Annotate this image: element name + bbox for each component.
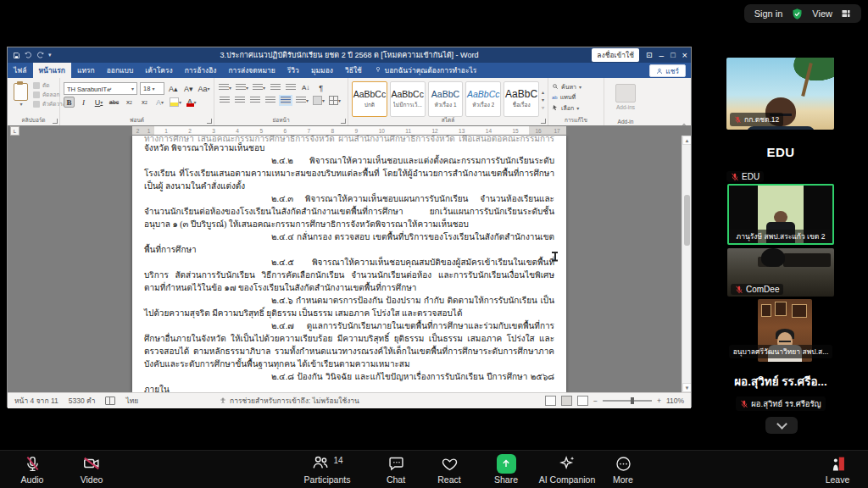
sort-button[interactable]: A↓	[299, 82, 312, 93]
font-color-button[interactable]: A▾	[185, 97, 198, 108]
document-page[interactable]: ทางการศึกษา เสนอคณะกรรมการศึกษาธิการจังห…	[132, 136, 566, 392]
video-tile-active-speaker[interactable]: ภานุรังษี สพป.สระแก้ว เขต 2	[727, 184, 834, 245]
clipboard-dialog-launcher[interactable]	[53, 119, 58, 124]
expand-participants-button[interactable]	[765, 417, 798, 434]
grow-font-button[interactable]: A▴	[167, 83, 180, 94]
highlight-button[interactable]: ▾	[169, 97, 182, 108]
vertical-scrollbar[interactable]: ▲ ▼	[682, 136, 691, 392]
increase-indent-button[interactable]	[284, 82, 297, 93]
italic-button[interactable]: I	[77, 97, 90, 108]
decrease-indent-button[interactable]	[269, 82, 281, 93]
styles-gallery-scroll[interactable]: ▴▾▿	[542, 89, 544, 110]
thai-distributed-button[interactable]	[279, 95, 292, 106]
style-normal[interactable]: AaBbCcปกติ	[352, 81, 387, 117]
ribbon-display-options-icon[interactable]: ⊡	[646, 51, 653, 59]
sign-in-button[interactable]: Sign in	[754, 8, 783, 19]
multilevel-list-button[interactable]: ▾	[252, 82, 266, 93]
shrink-font-button[interactable]: A▾	[182, 83, 195, 94]
bold-button[interactable]: B	[64, 97, 75, 108]
more-button[interactable]: More	[601, 454, 645, 485]
show-marks-button[interactable]: ¶	[314, 82, 327, 93]
proofing-icon[interactable]	[105, 396, 115, 405]
numbering-button[interactable]: ▾	[235, 82, 249, 93]
font-name-select[interactable]: TH SarabunIT๙▾	[64, 82, 137, 95]
shading-button[interactable]: ▾	[312, 95, 326, 106]
video-tile-participant-3[interactable]: ComDee	[727, 248, 834, 297]
tab-mailings[interactable]: การส่งจดหมาย	[222, 63, 281, 78]
tab-references[interactable]: การอ้างอิง	[179, 63, 223, 78]
read-mode-icon[interactable]	[545, 396, 556, 406]
styles-dialog-launcher[interactable]	[541, 119, 546, 124]
justify-button[interactable]	[264, 95, 276, 106]
zoom-out-button[interactable]: −	[593, 396, 598, 405]
tab-home[interactable]: หน้าแรก	[33, 63, 71, 78]
subscript-button[interactable]: x2	[123, 97, 136, 108]
participants-button[interactable]: 14 Participants	[295, 454, 359, 485]
minimize-button[interactable]: –	[659, 51, 665, 60]
horizontal-ruler[interactable]: 21 123 456 789 101112 131415 1617	[132, 126, 566, 135]
addins-button[interactable]	[615, 84, 636, 103]
sparkle-icon	[558, 454, 576, 473]
replace-button[interactable]: ab แทนที่	[552, 92, 600, 102]
react-button[interactable]: React	[427, 454, 471, 485]
language-indicator[interactable]: ไทย	[125, 395, 138, 407]
tab-help[interactable]: วิธีใช้	[339, 63, 368, 78]
zoom-in-button[interactable]: +	[657, 396, 661, 405]
paste-button[interactable]: ▾	[11, 80, 31, 109]
align-center-button[interactable]	[233, 95, 246, 106]
change-case-button[interactable]: Aa▾	[198, 83, 210, 94]
print-layout-icon[interactable]	[561, 396, 572, 406]
video-button[interactable]: Video	[70, 454, 114, 485]
web-layout-icon[interactable]	[577, 396, 588, 406]
style-title[interactable]: AaBbCชื่อเรื่อง	[504, 81, 539, 117]
leave-button[interactable]: Leave	[815, 454, 860, 485]
accessibility-status[interactable]: การช่วยสำหรับการเข้าถึง: ไม่พร้อมใช้งาน	[220, 395, 359, 407]
select-button[interactable]: เลือก▾	[552, 103, 600, 113]
tab-file[interactable]: ไฟล์	[8, 63, 33, 78]
align-right-button[interactable]	[248, 95, 261, 106]
style-heading1[interactable]: AaBbCหัวเรื่อง 1	[428, 81, 464, 117]
style-no-spacing[interactable]: AaBbCcไม่มีการเว้...	[390, 81, 426, 117]
share-button[interactable]: Share	[484, 454, 528, 485]
underline-button[interactable]: U▾	[92, 97, 105, 108]
paragraph-dialog-launcher[interactable]	[341, 119, 346, 124]
view-layout-icon[interactable]	[841, 8, 851, 19]
security-shield-icon[interactable]	[791, 8, 804, 20]
zoom-slider[interactable]	[603, 400, 652, 402]
font-size-select[interactable]: 18▾	[140, 82, 164, 95]
word-sign-in-button[interactable]: ลงชื่อเข้าใช้	[592, 48, 639, 62]
audio-button[interactable]: Audio	[10, 454, 54, 485]
word-share-button[interactable]: แชร์	[649, 64, 686, 77]
bullets-button[interactable]: ▾	[218, 82, 232, 93]
tab-layout[interactable]: เค้าโครง	[139, 63, 178, 78]
font-dialog-launcher[interactable]	[207, 119, 212, 124]
tell-me-box[interactable]: บอกฉันว่าคุณต้องการทำอะไร	[368, 63, 484, 78]
superscript-button[interactable]: x2	[138, 97, 151, 108]
scroll-down-arrow[interactable]: ▼	[682, 383, 691, 392]
scroll-thumb[interactable]	[684, 195, 690, 246]
collapse-ribbon-button[interactable]	[682, 118, 687, 124]
tab-view[interactable]: มุมมอง	[305, 63, 339, 78]
close-button[interactable]: ×	[682, 50, 687, 60]
borders-button[interactable]: ▾	[328, 95, 342, 106]
tab-insert[interactable]: แทรก	[71, 63, 101, 78]
tab-design[interactable]: ออกแบบ	[101, 63, 140, 78]
word-count[interactable]: 5330 คำ	[69, 395, 96, 407]
strikethrough-button[interactable]: abc	[108, 97, 120, 108]
zoom-level[interactable]: 110%	[666, 396, 684, 405]
chat-button[interactable]: Chat	[374, 454, 418, 485]
tab-selector[interactable]: L	[10, 126, 19, 136]
align-left-button[interactable]	[218, 95, 231, 106]
text-effects-button[interactable]: A▾	[153, 97, 166, 108]
line-spacing-button[interactable]: ▾	[295, 95, 309, 106]
tab-review[interactable]: รีวิว	[281, 63, 305, 78]
scroll-up-arrow[interactable]: ▲	[682, 136, 691, 145]
ai-companion-button[interactable]: AI Companion	[527, 454, 607, 485]
video-tile-participant-1[interactable]: กก.ตชด.12	[726, 58, 834, 130]
find-button[interactable]: ค้นหา▾	[552, 82, 600, 92]
page-indicator[interactable]: หน้า 4 จาก 11	[14, 395, 58, 407]
zoom-slider-thumb[interactable]	[631, 397, 634, 404]
view-button[interactable]: View	[812, 8, 832, 19]
restore-button[interactable]: □	[670, 51, 675, 59]
style-heading2[interactable]: AaBbCcหัวเรื่อง 2	[465, 81, 501, 117]
